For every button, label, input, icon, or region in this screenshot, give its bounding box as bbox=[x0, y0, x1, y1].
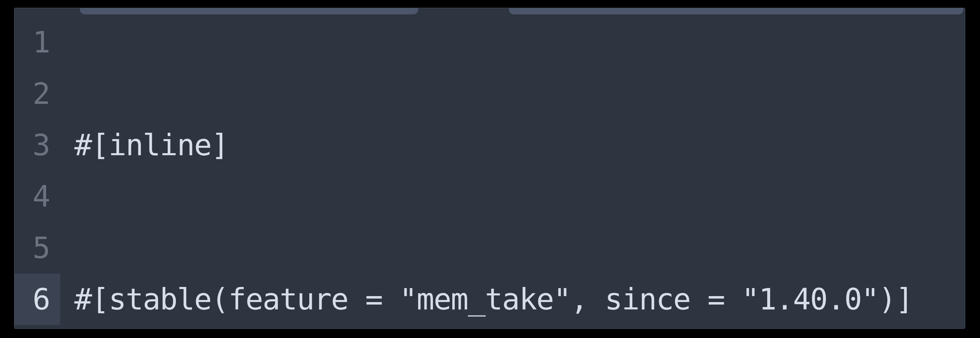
line-number: 5 bbox=[14, 222, 60, 274]
inactive-tab-indicator[interactable] bbox=[509, 8, 963, 14]
line-number: 1 bbox=[14, 17, 60, 68]
line-number: 4 bbox=[14, 171, 60, 222]
code-line[interactable]: #[stable(feature = "mem_take", since = "… bbox=[74, 274, 965, 325]
line-number-gutter: 1 2 3 4 5 6 bbox=[14, 14, 60, 328]
line-number: 2 bbox=[14, 68, 60, 119]
code-editor[interactable]: 1 2 3 4 5 6 #[inline] #[stable(feature =… bbox=[14, 14, 965, 328]
line-number: 3 bbox=[14, 119, 60, 171]
code-line[interactable]: #[inline] bbox=[74, 119, 965, 171]
code-area[interactable]: #[inline] #[stable(feature = "mem_take",… bbox=[60, 14, 965, 328]
line-number-current: 6 bbox=[14, 274, 60, 325]
tab-strip bbox=[14, 8, 965, 14]
active-tab-indicator[interactable] bbox=[80, 8, 418, 14]
editor-frame: 1 2 3 4 5 6 #[inline] #[stable(feature =… bbox=[14, 8, 965, 329]
